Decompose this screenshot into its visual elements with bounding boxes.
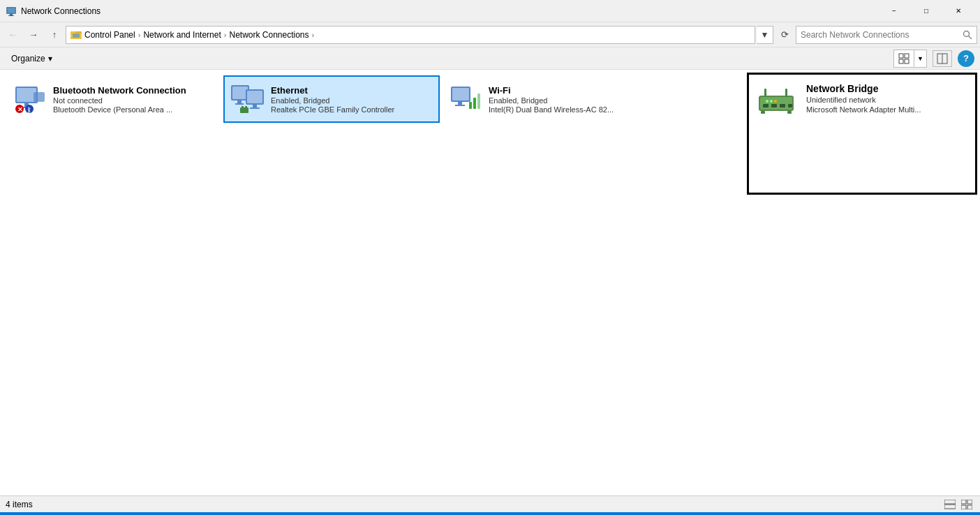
wifi-connection-status: Enabled, Bridged bbox=[489, 96, 614, 105]
search-input[interactable] bbox=[801, 30, 960, 40]
svg-rect-3 bbox=[8, 15, 14, 16]
list-view-icon bbox=[944, 500, 956, 509]
blue-progress-strip bbox=[0, 512, 980, 515]
address-path[interactable]: Control Panel › Network and Internet › N… bbox=[66, 26, 755, 44]
close-button[interactable]: ✕ bbox=[942, 0, 974, 22]
title-bar-text: Network Connections bbox=[21, 6, 878, 16]
bluetooth-connection-info: Bluetooth Network Connection Not connect… bbox=[53, 85, 186, 114]
bridge-adapter: Microsoft Network Adapter Multi... bbox=[806, 105, 921, 114]
svg-rect-35 bbox=[245, 106, 247, 109]
forward-button[interactable]: → bbox=[24, 25, 43, 45]
breadcrumb-network-connections[interactable]: Network Connections bbox=[229, 30, 309, 40]
svg-rect-37 bbox=[452, 88, 469, 100]
svg-point-48 bbox=[770, 100, 773, 103]
svg-rect-59 bbox=[967, 500, 972, 504]
view-dropdown-arrow[interactable]: ▼ bbox=[914, 50, 926, 67]
svg-rect-1 bbox=[8, 8, 15, 13]
wifi-computer-icon bbox=[448, 82, 482, 116]
ethernet-connection-info: Ethernet Enabled, Bridged Realtek PCIe G… bbox=[271, 85, 394, 114]
svg-point-49 bbox=[774, 100, 777, 103]
organize-button[interactable]: Organize ▾ bbox=[6, 52, 58, 66]
app-icon bbox=[6, 6, 17, 17]
svg-line-9 bbox=[969, 36, 972, 39]
svg-rect-26 bbox=[232, 87, 248, 99]
items-count: 4 items bbox=[6, 500, 942, 509]
svg-text:ᛒ: ᛒ bbox=[27, 107, 31, 114]
breadcrumb-control-panel[interactable]: Control Panel bbox=[84, 30, 135, 40]
preview-pane-button[interactable] bbox=[933, 50, 952, 67]
svg-rect-51 bbox=[771, 104, 777, 107]
title-bar-controls: − □ ✕ bbox=[878, 0, 974, 22]
svg-rect-30 bbox=[247, 91, 262, 103]
svg-rect-20 bbox=[34, 92, 45, 102]
bridge-name: Network Bridge bbox=[806, 83, 921, 94]
ethernet-connection-item[interactable]: Ethernet Enabled, Bridged Realtek PCIe G… bbox=[223, 75, 440, 123]
back-button[interactable]: ← bbox=[3, 25, 22, 45]
view-button-group: ▼ bbox=[893, 50, 927, 68]
svg-rect-54 bbox=[761, 111, 765, 114]
svg-rect-42 bbox=[477, 94, 480, 109]
bluetooth-connection-item[interactable]: ✕ ᛒ Bluetooth Network Connection Not con… bbox=[6, 75, 222, 123]
svg-rect-50 bbox=[763, 104, 769, 107]
breadcrumb-network-internet[interactable]: Network and Internet bbox=[143, 30, 221, 40]
svg-rect-60 bbox=[961, 505, 966, 509]
address-dropdown[interactable]: ▼ bbox=[757, 26, 773, 44]
svg-text:✕: ✕ bbox=[17, 106, 23, 113]
svg-rect-55 bbox=[787, 111, 792, 114]
status-tile-view-button[interactable] bbox=[959, 498, 974, 511]
svg-rect-38 bbox=[458, 102, 462, 105]
svg-rect-46 bbox=[785, 89, 787, 97]
svg-rect-13 bbox=[905, 59, 909, 64]
status-list-view-button[interactable] bbox=[942, 498, 958, 511]
svg-rect-56 bbox=[944, 500, 956, 504]
bluetooth-connection-status: Not connected bbox=[53, 96, 186, 105]
svg-rect-11 bbox=[905, 54, 909, 58]
minimize-button[interactable]: − bbox=[878, 0, 910, 22]
search-box[interactable] bbox=[796, 26, 977, 44]
bridge-status: Unidentified network bbox=[806, 96, 921, 104]
help-button[interactable]: ? bbox=[958, 50, 974, 67]
tile-view-icon bbox=[961, 500, 972, 509]
network-bridge-panel[interactable]: Network Bridge Unidentified network Micr… bbox=[747, 73, 977, 195]
address-bar: ← → ↑ Control Panel › Network and Intern… bbox=[0, 22, 980, 47]
bluetooth-computer-icon: ✕ ᛒ bbox=[13, 82, 46, 116]
svg-rect-27 bbox=[237, 100, 242, 103]
svg-rect-41 bbox=[473, 98, 476, 109]
main-content: ✕ ᛒ Bluetooth Network Connection Not con… bbox=[0, 70, 980, 495]
wifi-connection-item[interactable]: Wi-Fi Enabled, Bridged Intel(R) Dual Ban… bbox=[441, 75, 658, 123]
svg-rect-12 bbox=[899, 59, 903, 64]
view-grid-icon bbox=[898, 53, 910, 64]
svg-rect-57 bbox=[944, 505, 956, 509]
wifi-connection-icon bbox=[448, 82, 482, 116]
svg-point-8 bbox=[964, 31, 970, 36]
svg-point-47 bbox=[766, 100, 769, 103]
svg-rect-34 bbox=[242, 106, 244, 109]
toolbar: Organize ▾ ▼ ? bbox=[0, 47, 980, 70]
status-bar: 4 items bbox=[0, 495, 980, 512]
folder-icon bbox=[70, 29, 82, 40]
up-button[interactable]: ↑ bbox=[45, 25, 64, 45]
ethernet-connection-adapter: Realtek PCIe GBE Family Controller bbox=[271, 105, 394, 114]
network-bridge-icon bbox=[757, 83, 796, 117]
refresh-button[interactable]: ⟳ bbox=[775, 25, 794, 45]
svg-rect-52 bbox=[780, 104, 785, 107]
svg-rect-58 bbox=[961, 500, 966, 504]
maximize-button[interactable]: □ bbox=[910, 0, 942, 22]
svg-rect-53 bbox=[788, 104, 792, 107]
svg-rect-44 bbox=[760, 97, 792, 110]
title-bar: Network Connections − □ ✕ bbox=[0, 0, 980, 22]
bluetooth-connection-name: Bluetooth Network Connection bbox=[53, 85, 186, 96]
ethernet-computer-icon bbox=[230, 82, 264, 116]
svg-rect-10 bbox=[899, 54, 903, 58]
bluetooth-connection-icon: ✕ ᛒ bbox=[13, 82, 46, 116]
svg-rect-40 bbox=[469, 102, 472, 109]
svg-rect-61 bbox=[967, 505, 972, 509]
pane-icon bbox=[937, 53, 948, 64]
svg-rect-45 bbox=[764, 89, 766, 97]
ethernet-connection-name: Ethernet bbox=[271, 85, 394, 96]
wifi-connection-info: Wi-Fi Enabled, Bridged Intel(R) Dual Ban… bbox=[489, 85, 614, 114]
svg-rect-2 bbox=[10, 14, 13, 15]
svg-rect-32 bbox=[250, 107, 260, 109]
bridge-info: Network Bridge Unidentified network Micr… bbox=[806, 83, 921, 114]
view-mode-button[interactable] bbox=[894, 50, 914, 67]
